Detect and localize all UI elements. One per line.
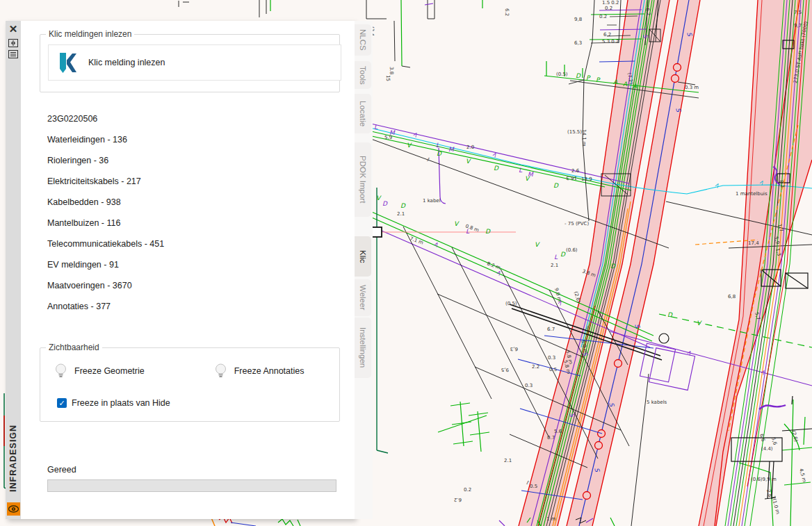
progress-bar bbox=[47, 479, 336, 492]
group-klic-inlezen: Klic meldingen inlezen Klic melding inle… bbox=[40, 34, 340, 92]
svg-text:V: V bbox=[376, 195, 382, 202]
list-item-rioleringen: Rioleringen - 36 bbox=[47, 150, 311, 171]
svg-text:0.2: 0.2 bbox=[605, 6, 612, 11]
svg-text:5 kabels: 5 kabels bbox=[647, 400, 667, 405]
svg-text:P: P bbox=[596, 76, 601, 83]
bulb-icon bbox=[216, 363, 226, 379]
svg-text:M: M bbox=[389, 129, 396, 136]
svg-text:ℓ: ℓ bbox=[526, 480, 529, 486]
svg-text:>: > bbox=[713, 181, 722, 190]
svg-text:6,6: 6,6 bbox=[758, 433, 766, 442]
svg-text:L: L bbox=[554, 254, 558, 261]
svg-text:D: D bbox=[610, 263, 616, 270]
list-item-elektriciteitskabels: Elektriciteitskabels - 217 bbox=[47, 171, 311, 192]
list-item-waterleidingen: Waterleidingen - 136 bbox=[47, 129, 311, 150]
list-item-ev-meldingen: EV meldingen - 91 bbox=[47, 254, 311, 275]
svg-text:15: 15 bbox=[385, 75, 391, 81]
svg-text:(2.6): (2.6) bbox=[573, 290, 581, 303]
svg-text:V: V bbox=[454, 220, 460, 227]
svg-text:13,9: 13,9 bbox=[581, 176, 592, 182]
group-klic-title: Klic meldingen inlezen bbox=[46, 29, 134, 39]
freeze-geometrie-button[interactable]: Freeze Geometrie bbox=[56, 363, 145, 379]
svg-text:6.2: 6.2 bbox=[504, 8, 510, 16]
svg-text:2.0: 2.0 bbox=[466, 145, 474, 150]
svg-text:1 kabel: 1 kabel bbox=[423, 198, 441, 204]
freeze-hide-option[interactable]: Freeze in plaats van Hide bbox=[57, 398, 170, 408]
freeze-checkbox[interactable] bbox=[57, 398, 67, 408]
svg-text:ℓ: ℓ bbox=[426, 157, 430, 163]
svg-text:0.3: 0.3 bbox=[548, 355, 555, 361]
svg-text:D: D bbox=[400, 202, 406, 209]
svg-text:2.1: 2.1 bbox=[551, 263, 558, 268]
svg-text:V: V bbox=[535, 241, 540, 248]
svg-text:D: D bbox=[382, 200, 388, 207]
list-item-maatvoeringen: Maatvoeringen - 3670 bbox=[47, 275, 311, 296]
menu-icon[interactable] bbox=[8, 49, 19, 60]
klic-melding-inlezen-button[interactable]: Klic melding inlezen bbox=[48, 44, 341, 81]
freeze-row: Freeze Geometrie Freeze Annotaties bbox=[56, 363, 332, 379]
svg-text:D: D bbox=[494, 165, 499, 172]
svg-text:D: D bbox=[485, 228, 491, 235]
tab-weleer[interactable]: Weleer bbox=[355, 279, 371, 316]
svg-text:6.2: 6.2 bbox=[454, 497, 462, 502]
svg-text:7,5: 7,5 bbox=[794, 10, 802, 15]
bulb-icon bbox=[56, 363, 66, 379]
svg-text:6,8: 6,8 bbox=[728, 294, 736, 299]
svg-text:(0.6)9,9 m: (0.6)9,9 m bbox=[751, 477, 777, 482]
svg-text:A: A bbox=[633, 83, 638, 90]
svg-text:D: D bbox=[437, 150, 442, 157]
freeze-annotaties-button[interactable]: Freeze Annotaties bbox=[216, 363, 304, 379]
freeze-geometrie-label: Freeze Geometrie bbox=[74, 366, 145, 376]
crosshair-cursor bbox=[356, 188, 516, 453]
svg-text:(0.6): (0.6) bbox=[566, 247, 578, 253]
svg-text:(0.5): (0.5) bbox=[556, 72, 568, 77]
freeze-checkbox-label: Freeze in plaats van Hide bbox=[72, 398, 170, 408]
list-item-melding-id: 23G0220506 bbox=[47, 108, 311, 129]
side-tabstrip: NLCS Tools Locatie PDOK Import Klic Wele… bbox=[355, 21, 373, 519]
list-item-telecommunicatiekabels: Telecommunicatiekabels - 451 bbox=[47, 233, 311, 254]
group-zichtbaarheid: Zichtbaarheid Freeze Geometrie Freeze An… bbox=[40, 347, 340, 422]
svg-text:D: D bbox=[560, 251, 566, 258]
svg-text:1.5 0.2: 1.5 0.2 bbox=[602, 0, 619, 6]
klic-button-label: Klic melding inlezen bbox=[88, 58, 165, 67]
svg-text:5.3 0.2: 5.3 0.2 bbox=[602, 39, 619, 44]
svg-text:9,8: 9,8 bbox=[574, 17, 582, 22]
svg-text:7.1 m: 7.1 m bbox=[409, 236, 424, 245]
tab-pdok-import[interactable]: PDOK Import bbox=[355, 142, 371, 217]
dock-icon[interactable] bbox=[8, 38, 19, 49]
svg-text:V: V bbox=[466, 158, 471, 165]
eye-icon[interactable] bbox=[7, 502, 20, 516]
svg-text:2.6: 2.6 bbox=[571, 168, 580, 174]
svg-text:14.1 m: 14.1 m bbox=[581, 129, 587, 147]
klic-panel: ✕ INFRADESIGN Klic meldingen inlezen Kli… bbox=[6, 21, 355, 519]
svg-text:2.1: 2.1 bbox=[504, 458, 512, 463]
svg-text:P: P bbox=[586, 74, 591, 81]
close-icon[interactable]: ✕ bbox=[8, 24, 19, 35]
infradesign-brand: INFRADESIGN bbox=[6, 416, 21, 500]
klic-results-list: 23G0220506 Waterleidingen - 136 Riolerin… bbox=[47, 108, 311, 317]
tab-klic[interactable]: Klic bbox=[355, 236, 371, 277]
svg-text:6.7: 6.7 bbox=[547, 327, 555, 332]
svg-text:5.6: 5.6 bbox=[554, 429, 562, 434]
svg-text:0.3: 0.3 bbox=[525, 383, 533, 388]
svg-text:1 m: 1 m bbox=[546, 516, 556, 522]
svg-text:L: L bbox=[436, 142, 440, 149]
svg-text:6.2: 6.2 bbox=[603, 32, 611, 38]
svg-text:D: D bbox=[667, 311, 673, 318]
tab-nlcs[interactable]: NLCS bbox=[355, 24, 371, 56]
list-item-annotaties: Annotaties - 377 bbox=[47, 296, 311, 317]
svg-text:(4.4): (4.4) bbox=[761, 446, 773, 452]
tab-tools[interactable]: Tools bbox=[355, 61, 371, 89]
svg-text:- 75 (PVC): - 75 (PVC) bbox=[565, 221, 590, 227]
list-item-kabelbedden: Kabelbedden - 938 bbox=[47, 192, 311, 213]
panel-title-strip: ✕ INFRADESIGN bbox=[6, 21, 21, 519]
svg-text:16,3: 16,3 bbox=[566, 175, 577, 181]
svg-text:2.1: 2.1 bbox=[397, 211, 405, 217]
tab-locatie[interactable]: Locatie bbox=[355, 94, 371, 133]
svg-text:(15.5): (15.5) bbox=[567, 129, 582, 135]
svg-text:A: A bbox=[623, 81, 628, 88]
tab-instellingen[interactable]: Instellingen bbox=[355, 318, 371, 378]
svg-text:0.7: 0.7 bbox=[547, 435, 555, 441]
list-item-mantelbuizen: Mantelbuizen - 116 bbox=[47, 213, 311, 233]
group-zichtbaarheid-title: Zichtbaarheid bbox=[46, 343, 102, 352]
